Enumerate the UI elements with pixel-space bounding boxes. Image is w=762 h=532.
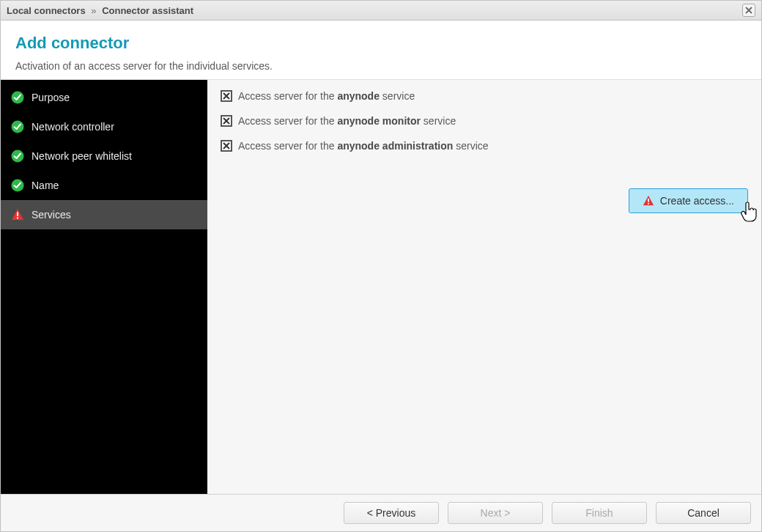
body: Purpose Network controller Network peer … [1,79,761,494]
sidebar-item-network-controller[interactable]: Network controller [1,112,207,141]
sidebar-item-name[interactable]: Name [1,171,207,200]
cancel-button[interactable]: Cancel [656,502,751,524]
breadcrumb-separator: » [91,5,96,16]
page-subtitle: Activation of an access server for the i… [15,60,747,72]
checkbox-anynode-administration[interactable] [221,140,232,152]
x-mark-icon [223,115,230,127]
page-title: Add connector [15,34,747,53]
check-circle-icon [11,149,24,163]
sidebar-item-label: Network peer whitelist [32,150,132,162]
service-label: Access server for the anynode monitor se… [238,115,456,127]
breadcrumb: Local connectors » Connector assistant [7,5,193,16]
previous-button[interactable]: < Previous [344,502,439,524]
sidebar-item-label: Services [32,209,71,221]
close-icon [745,4,752,16]
checkbox-anynode-monitor[interactable] [221,115,232,127]
titlebar: Local connectors » Connector assistant [1,1,761,21]
sidebar-item-label: Name [32,180,59,191]
x-mark-icon [223,140,230,152]
sidebar: Purpose Network controller Network peer … [1,80,207,494]
service-row-anynode: Access server for the anynode service [221,90,748,102]
service-label: Access server for the anynode administra… [238,140,489,152]
warning-triangle-icon [643,195,654,207]
svg-rect-6 [648,199,649,202]
sidebar-item-label: Network controller [32,121,114,133]
svg-rect-7 [648,203,649,204]
x-mark-icon [223,90,230,102]
close-button[interactable] [742,4,755,17]
finish-button: Finish [552,502,647,524]
service-row-anynode-monitor: Access server for the anynode monitor se… [221,115,748,127]
sidebar-item-label: Purpose [32,92,70,103]
create-access-label: Create access... [660,195,734,207]
create-access-button[interactable]: Create access... [629,188,748,213]
main-content: Access server for the anynode service Ac… [207,80,761,494]
breadcrumb-current: Connector assistant [102,5,193,16]
sidebar-item-network-peer-whitelist[interactable]: Network peer whitelist [1,141,207,171]
check-circle-icon [11,179,24,192]
dialog-window: Local connectors » Connector assistant A… [0,0,762,532]
next-button: Next > [448,502,543,524]
svg-rect-5 [17,218,18,219]
service-label: Access server for the anynode service [238,90,415,102]
checkbox-anynode[interactable] [221,90,232,102]
footer: < Previous Next > Finish Cancel [1,494,761,531]
sidebar-item-purpose[interactable]: Purpose [1,83,207,112]
create-access-row: Create access... [221,188,748,213]
check-circle-icon [11,91,24,104]
svg-rect-4 [17,213,18,217]
breadcrumb-root[interactable]: Local connectors [7,5,86,16]
warning-triangle-icon [11,208,24,221]
sidebar-item-services[interactable]: Services [1,200,207,229]
service-row-anynode-administration: Access server for the anynode administra… [221,140,748,152]
check-circle-icon [11,120,24,133]
header: Add connector Activation of an access se… [1,21,761,79]
